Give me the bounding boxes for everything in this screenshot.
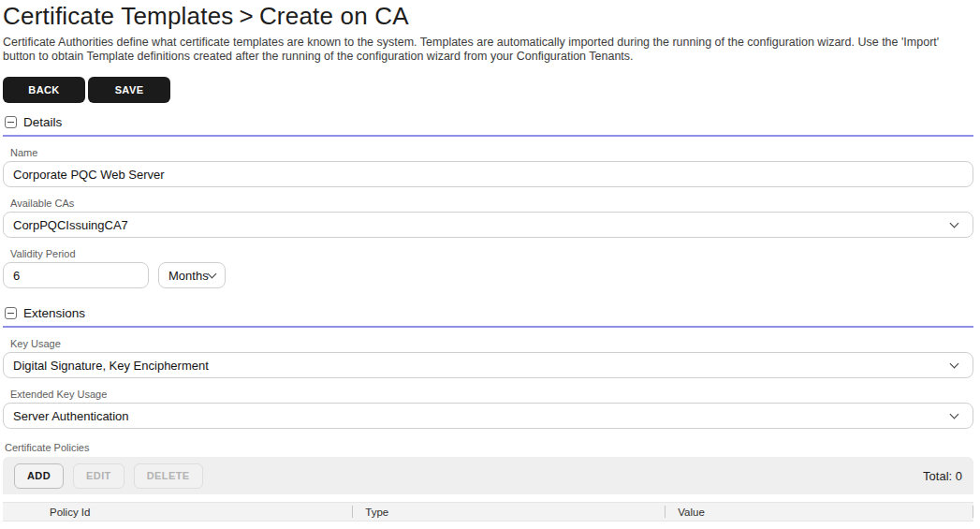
extensions-collapse-icon[interactable] bbox=[5, 307, 17, 319]
name-field-label: Name bbox=[10, 147, 973, 158]
edit-policy-button[interactable]: EDIT bbox=[73, 463, 124, 489]
certificate-policies-table: Policy Id Type Value bbox=[3, 502, 973, 529]
extended-key-usage-select[interactable]: Server Authentication bbox=[3, 403, 973, 429]
extended-key-usage-selected-value: Server Authentication bbox=[13, 409, 129, 423]
certificate-policies-label: Certificate Policies bbox=[5, 442, 973, 453]
extended-key-usage-label: Extended Key Usage bbox=[10, 389, 973, 400]
add-policy-button[interactable]: ADD bbox=[14, 463, 64, 489]
validity-unit-select[interactable]: Months bbox=[158, 262, 226, 288]
validity-period-input[interactable] bbox=[3, 262, 149, 288]
extensions-section-header: Extensions bbox=[3, 306, 973, 328]
chevron-down-icon bbox=[950, 218, 959, 228]
page-description: Certificate Authorities define what cert… bbox=[3, 36, 973, 63]
validity-period-label: Validity Period bbox=[10, 248, 973, 259]
action-button-row: BACK SAVE bbox=[3, 77, 973, 103]
certificate-policies-toolbar: ADD EDIT DELETE Total: 0 bbox=[3, 457, 973, 494]
details-section-header: Details bbox=[3, 115, 973, 137]
breadcrumb-certificate-templates[interactable]: Certificate Templates bbox=[3, 2, 234, 30]
available-cas-label: Available CAs bbox=[10, 198, 973, 209]
key-usage-selected-value: Digital Signature, Key Encipherment bbox=[13, 359, 209, 373]
page-title: Certificate Templates>Create on CA bbox=[3, 2, 973, 31]
back-button[interactable]: BACK bbox=[3, 77, 85, 103]
policies-table-body-empty bbox=[3, 522, 973, 529]
key-usage-label: Key Usage bbox=[10, 338, 973, 349]
column-divider bbox=[352, 506, 353, 518]
validity-period-row: Months bbox=[3, 262, 973, 288]
extensions-section-title: Extensions bbox=[23, 306, 85, 320]
name-input[interactable] bbox=[3, 161, 973, 187]
details-section-title: Details bbox=[23, 115, 62, 129]
column-divider bbox=[973, 506, 973, 518]
delete-policy-button[interactable]: DELETE bbox=[134, 463, 203, 489]
column-header-type: Type bbox=[352, 503, 665, 521]
breadcrumb-separator: > bbox=[240, 2, 254, 30]
available-cas-select[interactable]: CorpPQCIssuingCA7 bbox=[3, 212, 973, 238]
column-header-value: Value bbox=[665, 503, 973, 521]
validity-unit-selected-value: Months bbox=[168, 269, 209, 283]
create-on-ca-page: Certificate Templates>Create on CA Certi… bbox=[0, 0, 980, 529]
key-usage-select[interactable]: Digital Signature, Key Encipherment bbox=[3, 352, 973, 378]
details-collapse-icon[interactable] bbox=[5, 116, 17, 128]
column-header-policy-id: Policy Id bbox=[3, 503, 352, 521]
policies-total-count: Total: 0 bbox=[923, 469, 962, 483]
available-cas-selected-value: CorpPQCIssuingCA7 bbox=[13, 218, 128, 232]
column-divider bbox=[665, 506, 666, 518]
chevron-down-icon bbox=[950, 409, 959, 419]
save-button[interactable]: SAVE bbox=[88, 77, 170, 103]
breadcrumb-create-on-ca: Create on CA bbox=[259, 2, 409, 30]
policies-table-header: Policy Id Type Value bbox=[3, 502, 973, 522]
chevron-down-icon bbox=[950, 359, 959, 368]
